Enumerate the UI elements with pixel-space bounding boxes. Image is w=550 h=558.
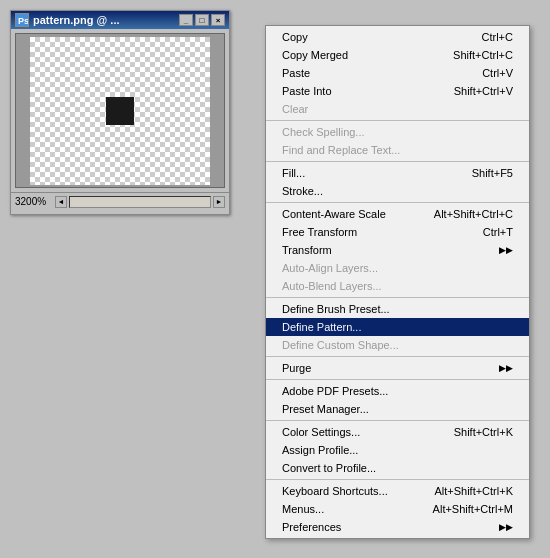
menu-label-convert-to-profile: Convert to Profile... [282,462,376,474]
menu-label-color-settings: Color Settings... [282,426,360,438]
menu-item-check-spelling[interactable]: Check Spelling... [266,123,529,141]
menu-item-stroke[interactable]: Stroke... [266,182,529,200]
minimize-button[interactable]: _ [179,14,193,26]
menu-shortcut-menus: Alt+Shift+Ctrl+M [433,503,513,515]
photoshop-window: Ps pattern.png @ ... _ □ × 3200% ◄ ► [10,10,230,215]
menu-label-preset-manager: Preset Manager... [282,403,369,415]
app-icon: Ps [15,13,29,27]
separator-after-clear [266,120,529,121]
menu-item-content-aware-scale[interactable]: Content-Aware ScaleAlt+Shift+Ctrl+C [266,205,529,223]
menu-item-adobe-pdf[interactable]: Adobe PDF Presets... [266,382,529,400]
menu-item-paste[interactable]: PasteCtrl+V [266,64,529,82]
statusbar: 3200% ◄ ► [11,192,229,210]
menu-item-paste-into[interactable]: Paste IntoShift+Ctrl+V [266,82,529,100]
menu-item-auto-blend[interactable]: Auto-Blend Layers... [266,277,529,295]
menu-item-find-replace[interactable]: Find and Replace Text... [266,141,529,159]
menu-item-preset-manager[interactable]: Preset Manager... [266,400,529,418]
separator-after-stroke [266,202,529,203]
menu-item-purge[interactable]: Purge▶ [266,359,529,377]
menu-label-stroke: Stroke... [282,185,323,197]
scroll-right-button[interactable]: ► [213,196,225,208]
menu-label-auto-blend: Auto-Blend Layers... [282,280,382,292]
menu-label-define-pattern: Define Pattern... [282,321,362,333]
menu-item-color-settings[interactable]: Color Settings...Shift+Ctrl+K [266,423,529,441]
menu-item-copy[interactable]: CopyCtrl+C [266,28,529,46]
menu-item-assign-profile[interactable]: Assign Profile... [266,441,529,459]
menu-label-check-spelling: Check Spelling... [282,126,365,138]
menu-item-clear[interactable]: Clear [266,100,529,118]
maximize-button[interactable]: □ [195,14,209,26]
titlebar-buttons[interactable]: _ □ × [179,14,225,26]
menu-label-find-replace: Find and Replace Text... [282,144,400,156]
menu-shortcut-content-aware-scale: Alt+Shift+Ctrl+C [434,208,513,220]
menu-label-paste: Paste [282,67,310,79]
menu-shortcut-free-transform: Ctrl+T [483,226,513,238]
menu-label-fill: Fill... [282,167,305,179]
separator-after-find-replace [266,161,529,162]
menu-label-define-brush: Define Brush Preset... [282,303,390,315]
menu-item-define-custom-shape[interactable]: Define Custom Shape... [266,336,529,354]
separator-after-purge [266,379,529,380]
menu-item-fill[interactable]: Fill...Shift+F5 [266,164,529,182]
menu-item-copy-merged[interactable]: Copy MergedShift+Ctrl+C [266,46,529,64]
menu-item-define-pattern[interactable]: Define Pattern... [266,318,529,336]
menu-shortcut-keyboard-shortcuts: Alt+Shift+Ctrl+K [434,485,513,497]
menu-item-free-transform[interactable]: Free TransformCtrl+T [266,223,529,241]
titlebar-left: Ps pattern.png @ ... [15,13,120,27]
menu-shortcut-color-settings: Shift+Ctrl+K [454,426,513,438]
menu-label-content-aware-scale: Content-Aware Scale [282,208,386,220]
menu-shortcut-paste-into: Shift+Ctrl+V [454,85,513,97]
menu-label-transform: Transform [282,244,332,256]
separator-after-convert-to-profile [266,479,529,480]
menu-label-keyboard-shortcuts: Keyboard Shortcuts... [282,485,388,497]
horizontal-scrollbar[interactable] [69,196,211,208]
menu-label-paste-into: Paste Into [282,85,332,97]
window-title: pattern.png @ ... [33,14,120,26]
menu-label-define-custom-shape: Define Custom Shape... [282,339,399,351]
menu-label-clear: Clear [282,103,308,115]
menu-label-menus: Menus... [282,503,324,515]
menu-item-transform[interactable]: Transform▶ [266,241,529,259]
menu-label-assign-profile: Assign Profile... [282,444,358,456]
menu-shortcut-copy-merged: Shift+Ctrl+C [453,49,513,61]
menu-label-copy-merged: Copy Merged [282,49,348,61]
menu-item-preferences[interactable]: Preferences▶ [266,518,529,536]
submenu-arrow-transform: ▶ [499,245,513,255]
menu-shortcut-copy: Ctrl+C [482,31,513,43]
separator-after-define-custom-shape [266,356,529,357]
menu-label-free-transform: Free Transform [282,226,357,238]
menu-item-menus[interactable]: Menus...Alt+Shift+Ctrl+M [266,500,529,518]
submenu-arrow-preferences: ▶ [499,522,513,532]
canvas-content [106,97,134,125]
context-menu: CopyCtrl+CCopy MergedShift+Ctrl+CPasteCt… [265,25,530,539]
zoom-level: 3200% [15,196,55,207]
menu-label-purge: Purge [282,362,311,374]
menu-shortcut-paste: Ctrl+V [482,67,513,79]
canvas-area [15,33,225,188]
menu-item-auto-align[interactable]: Auto-Align Layers... [266,259,529,277]
menu-label-copy: Copy [282,31,308,43]
titlebar: Ps pattern.png @ ... _ □ × [11,11,229,29]
menu-label-auto-align: Auto-Align Layers... [282,262,378,274]
menu-item-keyboard-shortcuts[interactable]: Keyboard Shortcuts...Alt+Shift+Ctrl+K [266,482,529,500]
menu-item-convert-to-profile[interactable]: Convert to Profile... [266,459,529,477]
submenu-arrow-purge: ▶ [499,363,513,373]
svg-text:Ps: Ps [18,16,28,26]
separator-after-auto-blend [266,297,529,298]
menu-shortcut-fill: Shift+F5 [472,167,513,179]
scroll-left-button[interactable]: ◄ [55,196,67,208]
close-button[interactable]: × [211,14,225,26]
separator-after-preset-manager [266,420,529,421]
menu-label-preferences: Preferences [282,521,341,533]
menu-item-define-brush[interactable]: Define Brush Preset... [266,300,529,318]
checker-background [30,37,210,185]
menu-label-adobe-pdf: Adobe PDF Presets... [282,385,388,397]
